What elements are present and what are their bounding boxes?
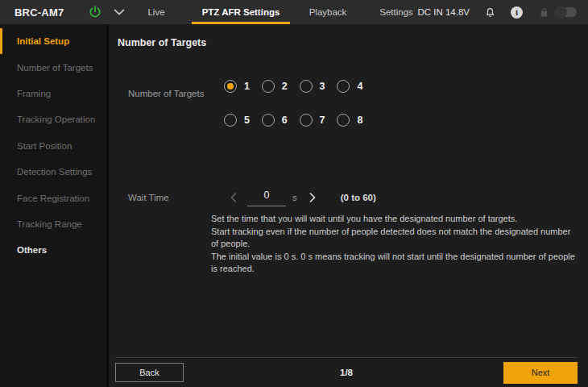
lock-toggle[interactable] xyxy=(556,7,577,17)
radio-option-label: 4 xyxy=(357,81,362,92)
wait-time-decrement-button[interactable] xyxy=(230,192,238,203)
description-line: Set the time that you will wait until yo… xyxy=(211,213,580,226)
radio-option-label: 8 xyxy=(357,114,362,126)
radio-option-label: 7 xyxy=(320,114,325,126)
wait-time-range-note: (0 to 60) xyxy=(341,193,376,202)
wait-time-value[interactable]: 0 xyxy=(247,189,286,206)
radio-circle-icon xyxy=(262,114,275,127)
tab-playback[interactable]: Playback xyxy=(290,0,366,24)
number-of-targets-option-4[interactable]: 4 xyxy=(337,80,375,93)
sidebar-item-framing[interactable]: Framing xyxy=(0,81,107,106)
number-of-targets-option-2[interactable]: 2 xyxy=(262,80,300,93)
radio-circle-icon xyxy=(300,80,313,93)
back-button[interactable]: Back xyxy=(115,363,184,382)
radio-option-label: 3 xyxy=(320,81,325,92)
radio-circle-icon xyxy=(262,80,275,93)
main-panel: Number of Targets Number of Targets 1234… xyxy=(109,24,588,387)
number-of-targets-option-8[interactable]: 8 xyxy=(337,114,375,127)
wait-time-label: Wait Time xyxy=(128,193,169,202)
wait-time-unit: s xyxy=(292,193,297,202)
radio-option-label: 1 xyxy=(244,81,250,92)
number-of-targets-option-6[interactable]: 6 xyxy=(262,114,300,127)
sidebar-item-detection-settings[interactable]: Detection Settings xyxy=(0,159,107,185)
sidebar-item-tracking-range[interactable]: Tracking Range xyxy=(0,211,107,237)
info-icon[interactable]: i xyxy=(511,6,523,19)
radio-circle-icon xyxy=(337,114,350,127)
radio-option-label: 6 xyxy=(282,114,288,126)
sidebar-item-tracking-operation[interactable]: Tracking Operation xyxy=(0,106,107,132)
radio-circle-icon xyxy=(224,114,237,127)
tab-live[interactable]: Live xyxy=(121,0,192,24)
description-line: Start tracking even if the number of peo… xyxy=(211,226,580,251)
description-line: The initial value is 0 s. 0 s means trac… xyxy=(211,251,580,276)
status-group: DC IN 14.8V i xyxy=(417,0,588,24)
notifications-bell-icon[interactable] xyxy=(484,6,496,19)
number-of-targets-label: Number of Targets xyxy=(128,89,204,98)
nav-tabs: LivePTZ AFR SettingsPlaybackSettings xyxy=(121,0,427,24)
number-of-targets-option-1[interactable]: 1 xyxy=(224,80,262,93)
radio-circle-icon xyxy=(300,114,313,127)
sidebar-item-start-position[interactable]: Start Position xyxy=(0,133,107,159)
radio-option-label: 2 xyxy=(282,81,288,92)
wait-time-stepper: 0 s (0 to 60) xyxy=(230,187,376,208)
device-group: BRC-AM7 xyxy=(0,5,125,19)
page-indicator: 1/8 xyxy=(340,368,353,377)
section-title: Number of Targets xyxy=(118,37,206,48)
radio-circle-icon xyxy=(224,80,237,93)
device-name: BRC-AM7 xyxy=(14,6,64,19)
power-icon[interactable] xyxy=(88,5,102,19)
sidebar-item-number-of-targets[interactable]: Number of Targets xyxy=(0,54,107,80)
body-row: Initial SetupNumber of TargetsFramingTra… xyxy=(0,24,588,387)
next-button[interactable]: Next xyxy=(503,362,578,384)
sidebar-item-initial-setup[interactable]: Initial Setup xyxy=(0,28,107,54)
lock-icon xyxy=(539,6,549,18)
app-window: BRC-AM7 LivePTZ AFR SettingsPlaybackSett… xyxy=(0,0,588,387)
radio-circle-icon xyxy=(337,80,350,93)
top-bar: BRC-AM7 LivePTZ AFR SettingsPlaybackSett… xyxy=(0,0,588,24)
footer-bar: Back 1/8 Next xyxy=(115,357,578,387)
number-of-targets-radio-group: 12345678 xyxy=(224,80,375,127)
number-of-targets-option-5[interactable]: 5 xyxy=(224,114,262,127)
radio-option-label: 5 xyxy=(244,114,250,126)
power-source-status: DC IN 14.8V xyxy=(417,7,470,17)
number-of-targets-option-7[interactable]: 7 xyxy=(300,114,337,127)
number-of-targets-option-3[interactable]: 3 xyxy=(300,80,337,93)
sidebar-item-others[interactable]: Others xyxy=(0,237,107,263)
wait-time-description: Set the time that you will wait until yo… xyxy=(211,213,580,276)
wait-time-increment-button[interactable] xyxy=(308,192,317,203)
toggle-knob xyxy=(554,6,567,19)
tab-ptz-afr-settings[interactable]: PTZ AFR Settings xyxy=(192,0,290,24)
sidebar-item-face-registration[interactable]: Face Registration xyxy=(0,185,107,210)
sidebar: Initial SetupNumber of TargetsFramingTra… xyxy=(0,24,109,387)
